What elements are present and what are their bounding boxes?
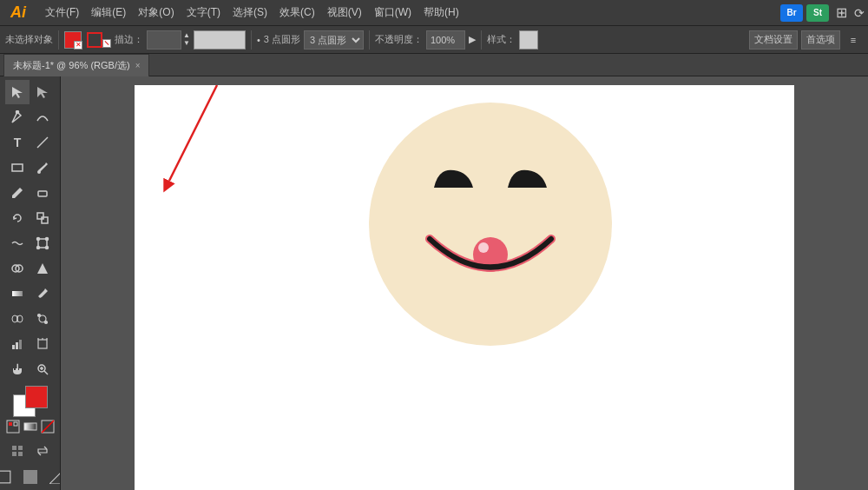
symbol-sprayer-button[interactable] <box>30 307 55 331</box>
normal-screen-button[interactable] <box>0 465 16 489</box>
sync-icon[interactable]: ⟳ <box>854 6 865 20</box>
svg-point-23 <box>45 321 48 324</box>
svg-line-40 <box>42 420 54 433</box>
curvature-tool-button[interactable] <box>30 105 55 129</box>
switch-colors-button[interactable] <box>30 439 55 463</box>
tab-bar: 未标题-1* @ 96% (RGB/选) × <box>0 54 868 76</box>
stock-badge[interactable]: St <box>806 4 829 22</box>
menu-edit[interactable]: 编辑(E) <box>86 3 131 22</box>
column-graph-tool-button[interactable] <box>5 332 30 356</box>
svg-rect-6 <box>38 191 47 196</box>
opacity-menu-icon[interactable]: ▶ <box>469 34 476 45</box>
menu-object[interactable]: 对象(O) <box>133 3 179 22</box>
full-screen-button[interactable] <box>18 465 43 489</box>
point-separator: • <box>257 35 260 45</box>
svg-point-2 <box>16 111 19 114</box>
zoom-tool-button[interactable] <box>30 357 55 381</box>
none-mode-button[interactable] <box>40 419 56 434</box>
opacity-input[interactable] <box>426 30 465 50</box>
svg-marker-47 <box>49 470 62 484</box>
fill-swatch[interactable]: ✕ <box>64 31 82 49</box>
rotate-tool-button[interactable] <box>5 206 30 230</box>
svg-rect-4 <box>12 164 23 171</box>
eraser-tool-button[interactable] <box>30 181 55 205</box>
gradient-mode-button[interactable] <box>23 419 38 434</box>
more-options-icon[interactable]: ≡ <box>844 30 863 50</box>
smile <box>421 230 560 302</box>
doc-setup-button[interactable]: 文档设置 <box>749 30 798 50</box>
tool-row-rotate <box>5 206 55 230</box>
svg-rect-46 <box>23 470 37 484</box>
svg-marker-1 <box>37 87 48 98</box>
menu-window[interactable]: 窗口(W) <box>369 3 417 22</box>
style-label: 样式： <box>487 33 516 46</box>
tool-row-selection <box>5 80 55 104</box>
main-area: T <box>0 76 868 490</box>
shape-builder-tool-button[interactable] <box>5 256 30 281</box>
document-tab[interactable]: 未标题-1* @ 96% (RGB/选) × <box>3 54 149 76</box>
stroke-indicator[interactable] <box>85 30 111 50</box>
svg-point-5 <box>37 170 41 174</box>
arrange-windows-icon[interactable]: ⊞ <box>836 4 847 21</box>
type-tool-button[interactable]: T <box>5 130 30 155</box>
line-tool-button[interactable] <box>30 130 55 155</box>
svg-rect-7 <box>37 213 43 219</box>
blend-tool-button[interactable] <box>5 307 30 331</box>
svg-point-22 <box>38 315 41 317</box>
point-select[interactable]: 3 点圆形 <box>304 30 364 50</box>
svg-point-13 <box>46 247 49 249</box>
menu-file[interactable]: 文件(F) <box>40 3 84 22</box>
selection-tool-button[interactable] <box>5 80 30 104</box>
pencil-tool-button[interactable] <box>5 181 30 205</box>
fill-preview-box[interactable] <box>194 30 246 50</box>
menu-view[interactable]: 视图(V) <box>322 3 367 22</box>
eye-right <box>503 163 551 196</box>
pen-tool-button[interactable] <box>5 105 30 129</box>
direct-selection-tool-button[interactable] <box>30 80 55 104</box>
tool-row-type: T <box>5 130 55 155</box>
menu-select[interactable]: 选择(S) <box>227 3 273 22</box>
svg-point-10 <box>37 238 40 241</box>
rectangle-tool-button[interactable] <box>5 156 30 180</box>
diagonal-view-button[interactable] <box>44 465 62 489</box>
preferences-button[interactable]: 首选项 <box>801 30 840 50</box>
tab-close-button[interactable]: × <box>135 61 141 70</box>
eyedropper-tool-button[interactable] <box>30 281 55 306</box>
svg-marker-16 <box>37 263 48 274</box>
svg-marker-0 <box>12 87 23 98</box>
edit-artboards-button[interactable] <box>5 439 30 463</box>
paintbrush-tool-button[interactable] <box>30 156 55 180</box>
tool-row-shapebuilder <box>5 256 55 281</box>
menu-help[interactable]: 帮助(H) <box>418 3 464 22</box>
svg-point-12 <box>37 247 40 249</box>
svg-rect-42 <box>18 446 23 450</box>
live-paint-tool-button[interactable] <box>30 256 55 281</box>
gradient-tool-button[interactable] <box>5 281 30 306</box>
view-mode-buttons <box>0 465 61 489</box>
svg-point-11 <box>46 238 49 241</box>
warp-tool-button[interactable] <box>5 231 30 255</box>
artboard-tool-button[interactable] <box>30 332 55 356</box>
menu-type[interactable]: 文字(T) <box>181 3 226 22</box>
svg-line-49 <box>169 85 217 181</box>
svg-rect-38 <box>24 423 36 430</box>
color-mode-row <box>5 419 56 434</box>
free-transform-tool-button[interactable] <box>30 231 55 255</box>
tool-row-hand <box>5 357 55 381</box>
app-logo: Ai <box>3 1 33 25</box>
fill-swatch-main[interactable] <box>25 386 48 408</box>
stroke-spinners[interactable]: ▲ ▼ <box>183 32 190 47</box>
svg-line-32 <box>44 371 48 374</box>
canvas-area[interactable] <box>61 76 868 490</box>
stroke-icons <box>85 30 111 50</box>
svg-rect-27 <box>38 340 47 348</box>
stroke-label: 描边： <box>115 33 143 46</box>
bridge-badge[interactable]: Br <box>780 4 803 22</box>
arrow-annotation <box>135 85 395 259</box>
menu-effect[interactable]: 效果(C) <box>274 3 320 22</box>
hand-tool-button[interactable] <box>5 357 30 381</box>
stroke-value-input[interactable] <box>147 30 181 50</box>
scale-tool-button[interactable] <box>30 206 55 230</box>
style-preview[interactable] <box>519 30 538 50</box>
color-mode-button[interactable] <box>5 419 21 434</box>
